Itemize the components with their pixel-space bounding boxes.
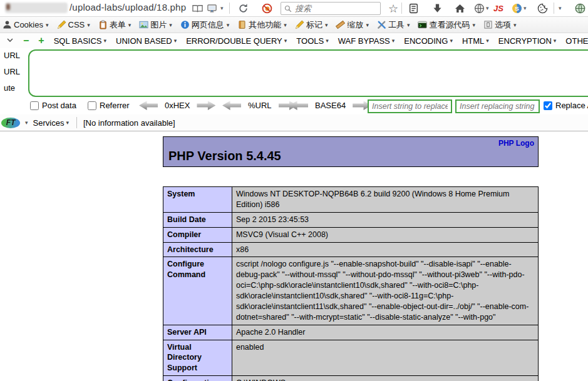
dropdown-caret-icon: ▾ — [284, 38, 287, 44]
services-toolbar: FT ▾ Services▾ [No information available… — [0, 114, 588, 131]
dropdown-caret-icon: ▾ — [104, 38, 107, 44]
decode-arrow-icon[interactable] — [289, 101, 308, 110]
dropdown-caret-icon[interactable]: ▾ — [486, 5, 489, 11]
search-box[interactable] — [281, 2, 381, 15]
colorzilla-icon[interactable]: S — [510, 3, 523, 14]
enlarge-button[interactable]: + — [38, 36, 44, 46]
reading-list-icon[interactable] — [407, 3, 420, 14]
dropdown-caret-icon: ▾ — [486, 38, 489, 44]
bookmark-item[interactable]: 工具▾ — [377, 19, 410, 31]
dropdown-caret-icon: ▾ — [326, 38, 329, 44]
divider — [401, 3, 402, 14]
row-value: Windows NT DESKTOP-NQPB64B 6.2 build 920… — [232, 187, 538, 213]
cookie-manager-icon[interactable] — [536, 3, 549, 14]
bookmark-item[interactable]: 查看源代码▾ — [418, 19, 475, 31]
load-url-button[interactable]: URL — [4, 51, 20, 60]
encode-arrow-icon[interactable] — [197, 101, 215, 110]
download-icon[interactable] — [431, 3, 443, 14]
hackbar-body: URL URL ute — [0, 48, 588, 98]
hackbar-menu: − + SQL BASICS▾UNION BASED▾ERROR/DOUBLE … — [0, 33, 588, 48]
hackbar-menu-tools[interactable]: TOOLS▾ — [296, 36, 328, 46]
php-logo-link[interactable]: PHP Logo — [498, 139, 534, 148]
dropdown-caret-icon[interactable]: ▾ — [25, 119, 28, 126]
dropdown-caret-icon: ▾ — [227, 22, 230, 28]
hackbar-menu-error-double-query[interactable]: ERROR/DOUBLE QUERY▾ — [186, 36, 287, 46]
bookmark-star-icon[interactable]: ☆ — [387, 3, 400, 14]
services-logo-icon[interactable]: FT — [1, 118, 20, 128]
decode-arrow-icon[interactable] — [139, 101, 158, 110]
replace-all-checkbox[interactable]: Replace A — [544, 101, 588, 110]
row-label: Configure Command — [163, 257, 232, 325]
server-info-icon[interactable] — [205, 3, 218, 14]
bookmark-item[interactable]: 缩放▾ — [336, 19, 369, 31]
phpinfo-row-configuration: ConfigurationC:\WINDOWS — [163, 376, 539, 381]
svg-text:S: S — [515, 5, 518, 12]
dropdown-caret-icon: ▾ — [392, 38, 395, 44]
post-data-checkbox[interactable]: Post data — [30, 101, 76, 110]
bookmark-item[interactable]: 表单▾ — [98, 19, 132, 31]
browser-navbar: /upload-labs/upload/18.php ▾ ☆ ▾ JS S ▾ … — [0, 0, 588, 17]
row-label: Server API — [163, 325, 232, 340]
referrer-checkbox-input[interactable] — [88, 101, 96, 110]
globe-icon[interactable] — [473, 3, 485, 14]
options-icon — [483, 20, 493, 29]
hackbar-url-textarea[interactable] — [28, 49, 588, 97]
referrer-checkbox[interactable]: Referrer — [88, 101, 130, 110]
row-value: MSVC9 (Visual C++ 2008) — [232, 227, 538, 242]
dropdown-caret-icon: ▾ — [87, 22, 90, 28]
split-url-button[interactable]: URL — [4, 67, 20, 76]
proxy-globe-icon[interactable] — [574, 3, 586, 14]
bookmark-item[interactable]: 标记▾ — [295, 19, 328, 31]
ruler-icon — [336, 20, 345, 29]
replace-search-input[interactable] — [368, 99, 452, 113]
converter-0xhex: 0xHEX — [139, 101, 215, 110]
services-status-text: [No information available] — [83, 118, 175, 128]
content-block-icon[interactable] — [260, 3, 273, 14]
bookmark-item[interactable]: CSS▾ — [57, 20, 90, 29]
search-input[interactable] — [295, 4, 377, 13]
javascript-toggle-badge[interactable]: JS — [493, 4, 503, 13]
converter-url: %URL — [222, 101, 297, 110]
hackbar-menu-waf-bypass[interactable]: WAF BYPASS▾ — [338, 36, 395, 46]
hackbar-menu-encoding[interactable]: ENCODING▾ — [404, 36, 453, 46]
hackbar-menu-html[interactable]: HTML▾ — [462, 36, 489, 46]
dropdown-caret-icon[interactable]: ▾ — [559, 5, 562, 11]
services-menu[interactable]: Services▾ — [33, 118, 69, 128]
bookmark-item[interactable]: 网页信息▾ — [180, 19, 230, 31]
execute-button[interactable]: ute — [4, 83, 15, 93]
hackbar-menu-other[interactable]: OTHER▾ — [565, 36, 588, 46]
divider — [229, 3, 230, 14]
collapse-chevron-icon[interactable] — [6, 35, 14, 46]
redacted-host — [5, 3, 68, 13]
shrink-button[interactable]: − — [23, 36, 29, 46]
refresh-icon[interactable] — [237, 3, 249, 14]
tools-icon — [377, 20, 386, 29]
hackbar-menu-sql-basics[interactable]: SQL BASICS▾ — [54, 36, 106, 46]
dropdown-caret-icon[interactable]: ▾ — [220, 5, 224, 11]
pencil-icon — [295, 20, 304, 29]
dropdown-caret-icon: ▾ — [450, 38, 453, 44]
home-icon[interactable] — [453, 3, 466, 14]
bookmark-item[interactable]: 图片▾ — [139, 19, 172, 31]
dropdown-caret-icon: ▾ — [128, 22, 132, 28]
hackbar-menu-encryption[interactable]: ENCRYPTION▾ — [498, 36, 557, 46]
dropdown-caret-icon: ▾ — [169, 22, 172, 28]
replace-all-checkbox-input[interactable] — [544, 101, 552, 110]
bookmark-item[interactable]: 选项▾ — [483, 19, 517, 31]
post-data-checkbox-input[interactable] — [30, 101, 39, 110]
replace-with-input[interactable] — [455, 99, 540, 113]
user-icon — [3, 20, 12, 29]
phpinfo-row-compiler: CompilerMSVC9 (Visual C++ 2008) — [163, 227, 539, 242]
bookmark-item[interactable]: Cookies▾ — [3, 20, 49, 29]
row-label: Virtual Directory Support — [163, 340, 232, 376]
dropdown-caret-icon[interactable]: ▾ — [524, 5, 527, 11]
hackbar-menu-union-based[interactable]: UNION BASED▾ — [116, 36, 177, 46]
search-icon — [284, 5, 292, 13]
bookmark-item[interactable]: 其他功能▾ — [237, 19, 287, 31]
url-input[interactable]: /upload-labs/upload/18.php — [70, 2, 186, 13]
row-value: cscript /nologo configure.js "--enable-s… — [232, 257, 538, 325]
reader-mode-icon[interactable] — [191, 3, 204, 14]
page-content: PHP Version 5.4.45 PHP Logo SystemWindow… — [0, 131, 588, 381]
decode-arrow-icon[interactable] — [222, 101, 241, 110]
converter-base64: BASE64 — [289, 101, 371, 110]
